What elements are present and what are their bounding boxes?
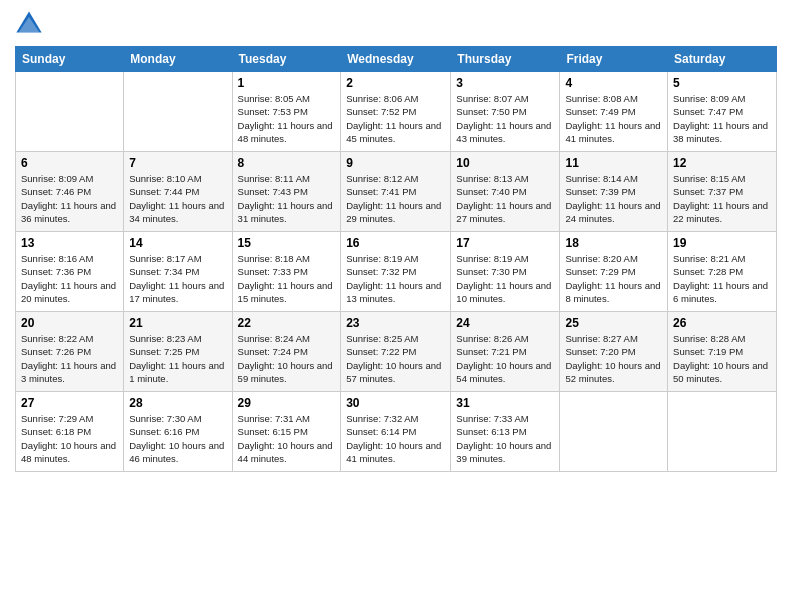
day-number: 14 [129, 236, 226, 250]
day-number: 31 [456, 396, 554, 410]
day-info: Sunrise: 8:28 AMSunset: 7:19 PMDaylight:… [673, 332, 771, 385]
week-row-2: 6Sunrise: 8:09 AMSunset: 7:46 PMDaylight… [16, 152, 777, 232]
day-info: Sunrise: 8:19 AMSunset: 7:30 PMDaylight:… [456, 252, 554, 305]
day-info: Sunrise: 8:19 AMSunset: 7:32 PMDaylight:… [346, 252, 445, 305]
day-number: 13 [21, 236, 118, 250]
day-info: Sunrise: 8:08 AMSunset: 7:49 PMDaylight:… [565, 92, 662, 145]
day-cell: 22Sunrise: 8:24 AMSunset: 7:24 PMDayligh… [232, 312, 341, 392]
day-info: Sunrise: 8:09 AMSunset: 7:46 PMDaylight:… [21, 172, 118, 225]
day-cell: 8Sunrise: 8:11 AMSunset: 7:43 PMDaylight… [232, 152, 341, 232]
day-number: 9 [346, 156, 445, 170]
day-number: 25 [565, 316, 662, 330]
day-number: 27 [21, 396, 118, 410]
day-number: 26 [673, 316, 771, 330]
day-info: Sunrise: 8:12 AMSunset: 7:41 PMDaylight:… [346, 172, 445, 225]
day-info: Sunrise: 8:24 AMSunset: 7:24 PMDaylight:… [238, 332, 336, 385]
day-number: 24 [456, 316, 554, 330]
day-header-friday: Friday [560, 47, 668, 72]
day-info: Sunrise: 8:13 AMSunset: 7:40 PMDaylight:… [456, 172, 554, 225]
calendar-table: SundayMondayTuesdayWednesdayThursdayFrid… [15, 46, 777, 472]
day-cell: 20Sunrise: 8:22 AMSunset: 7:26 PMDayligh… [16, 312, 124, 392]
day-cell [560, 392, 668, 472]
day-number: 1 [238, 76, 336, 90]
page: SundayMondayTuesdayWednesdayThursdayFrid… [0, 0, 792, 612]
day-cell: 5Sunrise: 8:09 AMSunset: 7:47 PMDaylight… [668, 72, 777, 152]
day-cell: 1Sunrise: 8:05 AMSunset: 7:53 PMDaylight… [232, 72, 341, 152]
day-number: 30 [346, 396, 445, 410]
day-number: 28 [129, 396, 226, 410]
day-cell: 17Sunrise: 8:19 AMSunset: 7:30 PMDayligh… [451, 232, 560, 312]
day-header-wednesday: Wednesday [341, 47, 451, 72]
day-info: Sunrise: 8:15 AMSunset: 7:37 PMDaylight:… [673, 172, 771, 225]
day-cell: 3Sunrise: 8:07 AMSunset: 7:50 PMDaylight… [451, 72, 560, 152]
day-header-sunday: Sunday [16, 47, 124, 72]
day-cell: 28Sunrise: 7:30 AMSunset: 6:16 PMDayligh… [124, 392, 232, 472]
day-info: Sunrise: 7:30 AMSunset: 6:16 PMDaylight:… [129, 412, 226, 465]
day-info: Sunrise: 8:05 AMSunset: 7:53 PMDaylight:… [238, 92, 336, 145]
day-info: Sunrise: 8:22 AMSunset: 7:26 PMDaylight:… [21, 332, 118, 385]
day-number: 19 [673, 236, 771, 250]
day-number: 18 [565, 236, 662, 250]
day-info: Sunrise: 7:33 AMSunset: 6:13 PMDaylight:… [456, 412, 554, 465]
day-info: Sunrise: 8:09 AMSunset: 7:47 PMDaylight:… [673, 92, 771, 145]
day-cell: 25Sunrise: 8:27 AMSunset: 7:20 PMDayligh… [560, 312, 668, 392]
day-number: 5 [673, 76, 771, 90]
day-info: Sunrise: 8:23 AMSunset: 7:25 PMDaylight:… [129, 332, 226, 385]
day-info: Sunrise: 8:16 AMSunset: 7:36 PMDaylight:… [21, 252, 118, 305]
day-info: Sunrise: 7:31 AMSunset: 6:15 PMDaylight:… [238, 412, 336, 465]
day-number: 23 [346, 316, 445, 330]
day-cell: 24Sunrise: 8:26 AMSunset: 7:21 PMDayligh… [451, 312, 560, 392]
day-info: Sunrise: 8:10 AMSunset: 7:44 PMDaylight:… [129, 172, 226, 225]
day-cell: 21Sunrise: 8:23 AMSunset: 7:25 PMDayligh… [124, 312, 232, 392]
day-number: 16 [346, 236, 445, 250]
day-number: 8 [238, 156, 336, 170]
logo [15, 10, 47, 38]
day-cell [16, 72, 124, 152]
day-info: Sunrise: 8:18 AMSunset: 7:33 PMDaylight:… [238, 252, 336, 305]
day-number: 7 [129, 156, 226, 170]
day-cell: 12Sunrise: 8:15 AMSunset: 7:37 PMDayligh… [668, 152, 777, 232]
day-info: Sunrise: 8:07 AMSunset: 7:50 PMDaylight:… [456, 92, 554, 145]
day-number: 15 [238, 236, 336, 250]
day-cell: 31Sunrise: 7:33 AMSunset: 6:13 PMDayligh… [451, 392, 560, 472]
day-number: 11 [565, 156, 662, 170]
day-cell: 26Sunrise: 8:28 AMSunset: 7:19 PMDayligh… [668, 312, 777, 392]
day-info: Sunrise: 7:29 AMSunset: 6:18 PMDaylight:… [21, 412, 118, 465]
day-header-tuesday: Tuesday [232, 47, 341, 72]
day-number: 22 [238, 316, 336, 330]
day-info: Sunrise: 8:20 AMSunset: 7:29 PMDaylight:… [565, 252, 662, 305]
day-cell: 10Sunrise: 8:13 AMSunset: 7:40 PMDayligh… [451, 152, 560, 232]
day-number: 20 [21, 316, 118, 330]
day-number: 6 [21, 156, 118, 170]
day-header-monday: Monday [124, 47, 232, 72]
day-cell [668, 392, 777, 472]
day-number: 4 [565, 76, 662, 90]
day-info: Sunrise: 8:25 AMSunset: 7:22 PMDaylight:… [346, 332, 445, 385]
day-number: 21 [129, 316, 226, 330]
day-number: 17 [456, 236, 554, 250]
day-info: Sunrise: 8:06 AMSunset: 7:52 PMDaylight:… [346, 92, 445, 145]
day-cell: 30Sunrise: 7:32 AMSunset: 6:14 PMDayligh… [341, 392, 451, 472]
day-cell [124, 72, 232, 152]
header [15, 10, 777, 38]
day-cell: 18Sunrise: 8:20 AMSunset: 7:29 PMDayligh… [560, 232, 668, 312]
day-info: Sunrise: 8:27 AMSunset: 7:20 PMDaylight:… [565, 332, 662, 385]
day-header-saturday: Saturday [668, 47, 777, 72]
day-info: Sunrise: 8:11 AMSunset: 7:43 PMDaylight:… [238, 172, 336, 225]
day-cell: 19Sunrise: 8:21 AMSunset: 7:28 PMDayligh… [668, 232, 777, 312]
day-cell: 2Sunrise: 8:06 AMSunset: 7:52 PMDaylight… [341, 72, 451, 152]
day-info: Sunrise: 7:32 AMSunset: 6:14 PMDaylight:… [346, 412, 445, 465]
day-cell: 6Sunrise: 8:09 AMSunset: 7:46 PMDaylight… [16, 152, 124, 232]
day-header-thursday: Thursday [451, 47, 560, 72]
day-number: 2 [346, 76, 445, 90]
day-cell: 11Sunrise: 8:14 AMSunset: 7:39 PMDayligh… [560, 152, 668, 232]
week-row-4: 20Sunrise: 8:22 AMSunset: 7:26 PMDayligh… [16, 312, 777, 392]
day-cell: 27Sunrise: 7:29 AMSunset: 6:18 PMDayligh… [16, 392, 124, 472]
day-cell: 13Sunrise: 8:16 AMSunset: 7:36 PMDayligh… [16, 232, 124, 312]
day-info: Sunrise: 8:14 AMSunset: 7:39 PMDaylight:… [565, 172, 662, 225]
day-cell: 9Sunrise: 8:12 AMSunset: 7:41 PMDaylight… [341, 152, 451, 232]
day-number: 3 [456, 76, 554, 90]
day-cell: 14Sunrise: 8:17 AMSunset: 7:34 PMDayligh… [124, 232, 232, 312]
day-cell: 15Sunrise: 8:18 AMSunset: 7:33 PMDayligh… [232, 232, 341, 312]
day-number: 10 [456, 156, 554, 170]
